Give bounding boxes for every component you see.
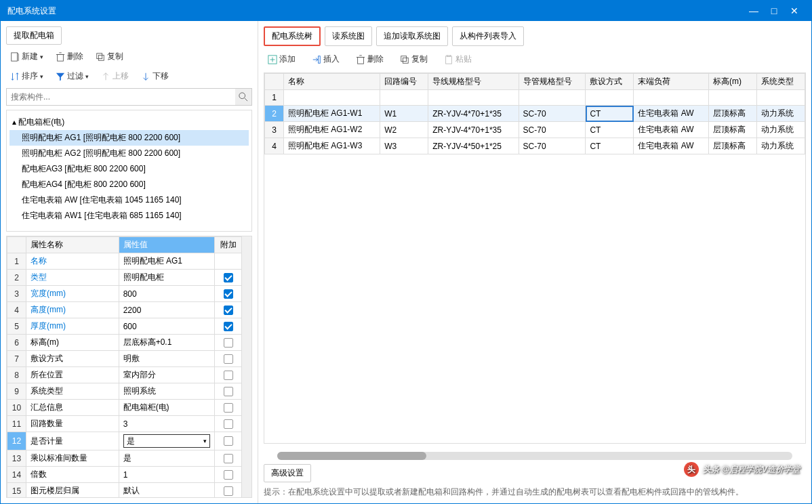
prop-value[interactable]: 800 bbox=[119, 286, 214, 302]
prop-value[interactable]: 2200 bbox=[119, 302, 214, 318]
property-scrollbar[interactable] bbox=[242, 236, 251, 497]
grid-cell[interactable]: 照明配电柜 AG1-W2 bbox=[284, 122, 380, 138]
copy-row-button[interactable]: 复制 bbox=[396, 51, 432, 67]
grid-cell[interactable]: 动力系统 bbox=[756, 122, 805, 138]
prop-name[interactable]: 乘以标准间数量 bbox=[26, 450, 119, 467]
prop-attach[interactable] bbox=[215, 416, 242, 432]
prop-attach[interactable] bbox=[215, 450, 242, 467]
tree-node[interactable]: 住宅电表箱 AW1 [住宅电表箱 685 1165 140] bbox=[9, 208, 249, 224]
grid-cell[interactable]: 层顶标高 bbox=[709, 138, 757, 154]
tab-0[interactable]: 配电系统树 bbox=[264, 26, 321, 46]
grid-col[interactable]: 导线规格型号 bbox=[428, 74, 519, 90]
prop-value[interactable]: 照明配电柜 AG1 bbox=[119, 253, 214, 270]
circuit-grid[interactable]: 名称回路编号导线规格型号导管规格型号敷设方式末端负荷标高(m)系统类型 12照明… bbox=[264, 73, 805, 154]
grid-cell[interactable]: 动力系统 bbox=[756, 106, 805, 122]
prop-name[interactable]: 宽度(mm) bbox=[26, 286, 119, 302]
grid-col[interactable]: 系统类型 bbox=[756, 74, 805, 90]
prop-name[interactable]: 标高(m) bbox=[26, 335, 119, 351]
tree-node[interactable]: 住宅电表箱 AW [住宅电表箱 1045 1165 140] bbox=[9, 192, 249, 208]
prop-name[interactable]: 高度(mm) bbox=[26, 302, 119, 318]
prop-value[interactable]: 1 bbox=[119, 467, 214, 483]
component-tree[interactable]: ▴ 配电箱柜(电) 照明配电柜 AG1 [照明配电柜 800 2200 600]… bbox=[6, 110, 252, 232]
prop-name[interactable]: 系统类型 bbox=[26, 383, 119, 400]
checkbox[interactable] bbox=[224, 470, 233, 480]
grid-cell[interactable]: 住宅电表箱 AW bbox=[634, 106, 709, 122]
prop-value[interactable]: 层底标高+0.1 bbox=[119, 335, 214, 351]
prop-name[interactable]: 图元楼层归属 bbox=[26, 483, 119, 498]
minimize-button[interactable]: ― bbox=[744, 5, 764, 16]
advanced-button[interactable]: 高级设置 bbox=[264, 464, 311, 482]
prop-attach[interactable] bbox=[215, 483, 242, 498]
col-name[interactable]: 属性名称 bbox=[26, 237, 119, 253]
prop-name[interactable]: 类型 bbox=[26, 270, 119, 286]
prop-attach[interactable] bbox=[215, 270, 242, 286]
checkbox[interactable] bbox=[224, 436, 233, 446]
prop-attach[interactable] bbox=[215, 383, 242, 400]
new-button[interactable]: 新建▾ bbox=[6, 49, 47, 64]
prop-name[interactable]: 敷设方式 bbox=[26, 351, 119, 367]
delete-row-button[interactable]: 删除 bbox=[352, 51, 388, 67]
grid-row[interactable]: 1 bbox=[265, 90, 805, 106]
grid-cell[interactable]: ZR-YJV-4*50+1*25 bbox=[428, 138, 519, 154]
prop-attach[interactable] bbox=[215, 286, 242, 302]
grid-cell[interactable]: CT bbox=[586, 138, 634, 154]
grid-row[interactable]: 3照明配电柜 AG1-W2W2ZR-YJV-4*70+1*35SC-70CT住宅… bbox=[265, 122, 805, 138]
grid-cell[interactable] bbox=[284, 90, 380, 106]
filter-button[interactable]: 过滤▾ bbox=[52, 68, 93, 84]
prop-value[interactable]: 是▾ bbox=[119, 432, 214, 450]
grid-hscrollbar[interactable] bbox=[277, 452, 792, 460]
prop-attach[interactable] bbox=[215, 367, 242, 383]
prop-attach[interactable] bbox=[215, 400, 242, 416]
grid-col[interactable]: 敷设方式 bbox=[586, 74, 634, 90]
checkbox[interactable] bbox=[224, 273, 233, 282]
grid-cell[interactable]: 层顶标高 bbox=[709, 106, 757, 122]
grid-cell[interactable] bbox=[709, 90, 757, 106]
grid-col[interactable]: 标高(m) bbox=[709, 74, 757, 90]
grid-cell[interactable]: ZR-YJV-4*70+1*35 bbox=[428, 122, 519, 138]
prop-attach[interactable] bbox=[215, 302, 242, 318]
tab-1[interactable]: 读系统图 bbox=[325, 26, 372, 46]
tree-node[interactable]: 照明配电柜 AG1 [照明配电柜 800 2200 600] bbox=[9, 130, 249, 146]
grid-cell[interactable] bbox=[756, 90, 805, 106]
prop-attach[interactable] bbox=[215, 432, 242, 450]
checkbox[interactable] bbox=[224, 322, 233, 331]
grid-col[interactable] bbox=[265, 74, 284, 90]
prop-value[interactable]: 配电箱柜(电) bbox=[119, 400, 214, 416]
prop-name[interactable]: 名称 bbox=[26, 253, 119, 270]
tree-root[interactable]: ▴ 配电箱柜(电) bbox=[9, 114, 249, 130]
grid-cell[interactable]: W2 bbox=[380, 122, 428, 138]
grid-cell[interactable]: SC-70 bbox=[519, 122, 586, 138]
tab-2[interactable]: 追加读取系统图 bbox=[376, 26, 448, 46]
search-input[interactable] bbox=[7, 89, 235, 104]
grid-cell[interactable]: CT bbox=[586, 106, 634, 122]
tab-3[interactable]: 从构件列表导入 bbox=[452, 26, 524, 46]
close-button[interactable]: ✕ bbox=[784, 5, 805, 16]
extract-button[interactable]: 提取配电箱 bbox=[6, 26, 62, 45]
grid-row[interactable]: 4照明配电柜 AG1-W3W3ZR-YJV-4*50+1*25SC-70CT住宅… bbox=[265, 138, 805, 154]
checkbox[interactable] bbox=[224, 419, 233, 429]
maximize-button[interactable]: □ bbox=[764, 5, 784, 16]
grid-cell[interactable] bbox=[380, 90, 428, 106]
movedown-button[interactable]: 下移 bbox=[137, 68, 173, 84]
checkbox[interactable] bbox=[224, 403, 233, 413]
grid-cell[interactable] bbox=[519, 90, 586, 106]
prop-value[interactable]: 3 bbox=[119, 416, 214, 432]
prop-value[interactable]: 600 bbox=[119, 318, 214, 335]
delete-button[interactable]: 删除 bbox=[52, 49, 87, 64]
insert-button[interactable]: 插入 bbox=[308, 51, 344, 67]
search-button[interactable] bbox=[235, 89, 251, 105]
tree-node[interactable]: 照明配电柜 AG2 [照明配电柜 800 2200 600] bbox=[9, 146, 249, 161]
grid-cell[interactable]: W3 bbox=[380, 138, 428, 154]
checkbox[interactable] bbox=[224, 338, 233, 348]
prop-value[interactable]: 是 bbox=[119, 450, 214, 467]
prop-value[interactable]: 明敷 bbox=[119, 351, 214, 367]
grid-cell[interactable]: 照明配电柜 AG1-W3 bbox=[284, 138, 380, 154]
prop-attach[interactable] bbox=[215, 467, 242, 483]
grid-cell[interactable]: 住宅电表箱 AW bbox=[634, 122, 709, 138]
grid-cell[interactable]: SC-70 bbox=[519, 106, 586, 122]
add-button[interactable]: 添加 bbox=[264, 51, 300, 67]
prop-attach[interactable] bbox=[215, 318, 242, 335]
grid-cell[interactable]: W1 bbox=[380, 106, 428, 122]
prop-attach[interactable] bbox=[215, 335, 242, 351]
grid-col[interactable]: 回路编号 bbox=[380, 74, 428, 90]
